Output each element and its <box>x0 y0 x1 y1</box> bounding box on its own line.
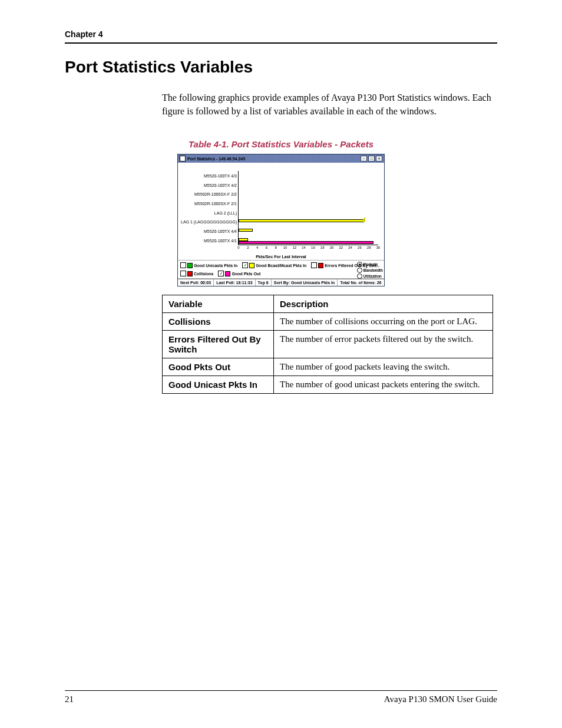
chart-x-tick: 2 <box>247 246 249 249</box>
chart-x-tick: 18 <box>320 246 325 249</box>
variable-description: The number of collisions occurring on th… <box>274 313 493 331</box>
variable-name: Good Pkts Out <box>163 358 274 376</box>
legend-item-good-out[interactable]: Good Pkts Out <box>218 271 260 276</box>
chart-x-tick: 6 <box>266 246 267 249</box>
radio-utilization[interactable]: Utilization <box>357 274 383 279</box>
legend-item-bcast[interactable]: Good Bcast/Mcast Pkts In <box>242 262 306 268</box>
checkbox-icon[interactable] <box>218 271 224 276</box>
swatch-icon <box>249 263 254 268</box>
variable-description: The number of good packets leaving the s… <box>274 358 493 376</box>
chart-y-label: M5520-100TX 4/1 <box>204 238 239 242</box>
table-row: Good Unicast Pkts InThe number of good u… <box>163 376 493 394</box>
radio-label: Utilization <box>363 274 382 278</box>
legend-label: Good Bcast/Mcast Pkts In <box>256 263 306 268</box>
chart-y-label: M5520-100TX 4/3 <box>204 174 239 178</box>
window-title: Port Statistics - 149.49.54.245 <box>187 157 245 161</box>
variable-description: The number of good unicast packets enter… <box>274 376 493 394</box>
chart-x-tick: 20 <box>330 246 334 249</box>
legend-item-good-unicasts[interactable]: Good Unicasts Pkts In <box>180 262 237 268</box>
chart-x-tick: 4 <box>256 246 258 249</box>
status-sort: Sort By: Good Unicasts Pkts In <box>272 279 338 286</box>
col-variable: Variable <box>163 295 274 313</box>
maximize-icon[interactable]: □ <box>368 156 375 162</box>
window-icon <box>180 156 186 162</box>
page-footer: 21 Avaya P130 SMON User Guide <box>65 686 497 704</box>
bar-chart: M5520-100TX 4/3M5520-100TX 4/2M5502R-100… <box>178 163 384 261</box>
chart-x-tick: 12 <box>292 246 296 249</box>
chart-x-tick: 8 <box>275 246 277 249</box>
legend-label: Collisions <box>194 272 213 276</box>
legend-label: Good Pkts Out <box>232 272 260 276</box>
chart-x-tick: 30 <box>376 246 381 249</box>
variable-name: Errors Filtered Out By Switch <box>163 331 274 358</box>
radio-icon[interactable] <box>357 274 362 279</box>
chapter-header: Chapter 4 <box>65 29 497 39</box>
radio-label: Bandwidth <box>363 268 383 272</box>
guide-name: Avaya P130 SMON User Guide <box>384 694 497 704</box>
chart-bar <box>239 219 364 222</box>
status-total: Total No. of Items: 26 <box>338 279 384 286</box>
checkbox-icon[interactable] <box>180 271 186 276</box>
chart-bar <box>239 229 253 232</box>
swatch-icon <box>318 263 323 268</box>
checkbox-icon[interactable] <box>242 262 248 268</box>
col-description: Description <box>274 295 493 313</box>
chart-x-tick: 16 <box>311 246 315 249</box>
status-last-poll: Last Poll: 18:11:33 <box>214 279 255 286</box>
radio-icon[interactable] <box>357 262 362 267</box>
chart-y-label: M5502R-1000SX-F 2/1 <box>194 202 239 206</box>
swatch-icon <box>187 271 193 276</box>
legend-label: Good Unicasts Pkts In <box>194 263 237 268</box>
radio-bandwidth[interactable]: Bandwidth <box>357 268 383 273</box>
chart-x-tick: 22 <box>339 246 343 249</box>
legend-item-collisions[interactable]: Collisions <box>180 271 213 276</box>
radio-label: Packets <box>363 262 378 266</box>
chart-x-tick: 26 <box>358 246 362 249</box>
chart-y-label: M5502R-1000SX-F 2/2 <box>194 192 239 196</box>
close-icon[interactable]: × <box>376 156 382 162</box>
chart-x-tick: 0 <box>237 246 239 249</box>
chart-x-tick: 10 <box>283 246 287 249</box>
port-stats-window: Port Statistics - 149.49.54.245 ▫ □ × M5… <box>177 154 385 286</box>
status-bar: Next Poll: 00:03 Last Poll: 18:11:33 Top… <box>178 279 384 286</box>
chart-xlabel: Pkts/Sec For Last Interval <box>178 255 384 259</box>
chart-bar <box>239 241 373 244</box>
header-rule <box>65 42 497 44</box>
checkbox-icon[interactable] <box>180 262 186 268</box>
page-number: 21 <box>65 694 74 704</box>
table-row: CollisionsThe number of collisions occur… <box>163 313 493 331</box>
chart-y-label: LAG 1 (LAGGGGGGGGGGG) <box>181 220 239 224</box>
variable-name: Good Unicast Pkts In <box>163 376 274 394</box>
chart-x-tick: 14 <box>302 246 306 249</box>
radio-icon[interactable] <box>357 268 362 273</box>
chart-x-tick: 28 <box>367 246 371 249</box>
window-titlebar: Port Statistics - 149.49.54.245 ▫ □ × <box>178 154 384 163</box>
chart-y-label: LAG 2 (LLL) <box>214 210 239 215</box>
checkbox-icon[interactable] <box>311 262 317 268</box>
table-row: Good Pkts OutThe number of good packets … <box>163 358 493 376</box>
status-top: Top 8 <box>256 279 272 286</box>
variable-name: Collisions <box>163 313 274 331</box>
chart-x-tick: 24 <box>348 246 352 249</box>
page-title: Port Statistics Variables <box>65 58 497 77</box>
variable-description: The number of error packets filtered out… <box>274 331 493 358</box>
table-header-row: Variable Description <box>163 295 493 313</box>
swatch-icon <box>225 271 230 276</box>
legend: Good Unicasts Pkts In Good Bcast/Mcast P… <box>178 261 384 279</box>
variables-table: Variable Description CollisionsThe numbe… <box>162 295 493 394</box>
intro-paragraph: The following graphics provide examples … <box>162 91 497 118</box>
swatch-icon <box>187 263 193 268</box>
iconify-icon[interactable]: ▫ <box>361 156 367 162</box>
figure-caption: Table 4-1. Port Statistics Variables - P… <box>65 139 497 149</box>
table-row: Errors Filtered Out By SwitchThe number … <box>163 331 493 358</box>
status-next-poll: Next Poll: 00:03 <box>178 279 214 286</box>
radio-packets[interactable]: Packets <box>357 262 383 267</box>
chart-y-label: M5520-100TX 4/4 <box>204 229 239 233</box>
chart-y-label: M5520-100TX 4/2 <box>204 183 239 187</box>
